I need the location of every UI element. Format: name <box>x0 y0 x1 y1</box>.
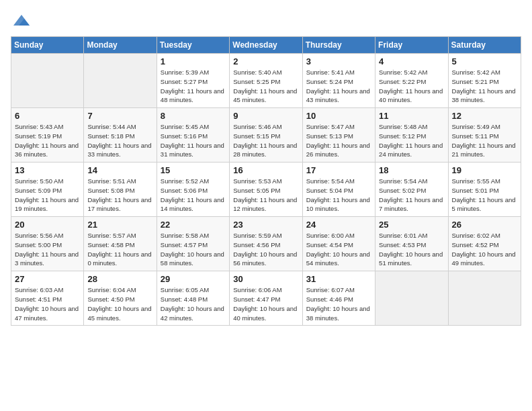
calendar-cell: 29Sunrise: 6:05 AMSunset: 4:48 PMDayligh… <box>157 271 229 326</box>
calendar-cell <box>448 271 521 326</box>
day-number: 3 <box>306 56 371 66</box>
day-info: Sunrise: 5:55 AMSunset: 5:01 PMDaylight:… <box>452 177 517 214</box>
calendar-cell: 25Sunrise: 6:01 AMSunset: 4:53 PMDayligh… <box>375 217 448 271</box>
day-info: Sunrise: 6:07 AMSunset: 4:46 PMDaylight:… <box>306 285 371 322</box>
calendar-cell: 13Sunrise: 5:50 AMSunset: 5:09 PMDayligh… <box>11 163 84 217</box>
day-number: 13 <box>15 165 80 175</box>
calendar-cell: 24Sunrise: 6:00 AMSunset: 4:54 PMDayligh… <box>302 217 375 271</box>
calendar-cell: 14Sunrise: 5:51 AMSunset: 5:08 PMDayligh… <box>84 163 157 217</box>
logo-icon <box>12 11 31 30</box>
calendar-cell: 5Sunrise: 5:42 AMSunset: 5:21 PMDaylight… <box>448 54 521 108</box>
calendar-cell: 18Sunrise: 5:54 AMSunset: 5:02 PMDayligh… <box>375 163 448 217</box>
day-info: Sunrise: 6:06 AMSunset: 4:47 PMDaylight:… <box>233 285 298 322</box>
day-info: Sunrise: 6:00 AMSunset: 4:54 PMDaylight:… <box>306 231 371 268</box>
day-number: 28 <box>87 274 152 284</box>
day-number: 24 <box>306 220 371 230</box>
calendar-cell: 9Sunrise: 5:46 AMSunset: 5:15 PMDaylight… <box>230 108 302 163</box>
calendar-cell: 30Sunrise: 6:06 AMSunset: 4:47 PMDayligh… <box>230 271 302 326</box>
day-number: 30 <box>233 274 298 284</box>
calendar-cell: 20Sunrise: 5:56 AMSunset: 5:00 PMDayligh… <box>11 217 84 271</box>
calendar-cell: 12Sunrise: 5:49 AMSunset: 5:11 PMDayligh… <box>448 108 521 163</box>
day-number: 10 <box>306 111 371 121</box>
day-number: 21 <box>87 220 152 230</box>
calendar-cell: 26Sunrise: 6:02 AMSunset: 4:52 PMDayligh… <box>448 217 521 271</box>
calendar-cell: 21Sunrise: 5:57 AMSunset: 4:58 PMDayligh… <box>84 217 157 271</box>
weekday-header: Sunday <box>11 37 84 54</box>
calendar-week-row: 6Sunrise: 5:43 AMSunset: 5:19 PMDaylight… <box>11 108 521 163</box>
day-number: 20 <box>15 220 80 230</box>
calendar-table: SundayMondayTuesdayWednesdayThursdayFrid… <box>11 36 521 326</box>
day-info: Sunrise: 5:54 AMSunset: 5:02 PMDaylight:… <box>379 177 444 214</box>
day-info: Sunrise: 5:56 AMSunset: 5:00 PMDaylight:… <box>15 231 80 268</box>
day-number: 7 <box>87 111 152 121</box>
calendar-cell: 7Sunrise: 5:44 AMSunset: 5:18 PMDaylight… <box>84 108 157 163</box>
day-info: Sunrise: 5:58 AMSunset: 4:57 PMDaylight:… <box>161 231 226 268</box>
calendar-week-row: 27Sunrise: 6:03 AMSunset: 4:51 PMDayligh… <box>11 271 521 326</box>
day-number: 9 <box>233 111 298 121</box>
day-number: 18 <box>379 165 444 175</box>
calendar-cell: 15Sunrise: 5:52 AMSunset: 5:06 PMDayligh… <box>157 163 229 217</box>
day-info: Sunrise: 5:51 AMSunset: 5:08 PMDaylight:… <box>87 177 152 214</box>
calendar-cell: 28Sunrise: 6:04 AMSunset: 4:50 PMDayligh… <box>84 271 157 326</box>
calendar-cell: 8Sunrise: 5:45 AMSunset: 5:16 PMDaylight… <box>157 108 229 163</box>
day-number: 29 <box>161 274 226 284</box>
calendar-cell: 22Sunrise: 5:58 AMSunset: 4:57 PMDayligh… <box>157 217 229 271</box>
weekday-header: Wednesday <box>230 37 302 54</box>
day-info: Sunrise: 6:04 AMSunset: 4:50 PMDaylight:… <box>87 285 152 322</box>
day-info: Sunrise: 5:59 AMSunset: 4:56 PMDaylight:… <box>233 231 298 268</box>
day-info: Sunrise: 6:02 AMSunset: 4:52 PMDaylight:… <box>452 231 517 268</box>
calendar-week-row: 1Sunrise: 5:39 AMSunset: 5:27 PMDaylight… <box>11 54 521 108</box>
day-number: 4 <box>379 56 444 66</box>
day-number: 22 <box>161 220 226 230</box>
day-info: Sunrise: 5:42 AMSunset: 5:21 PMDaylight:… <box>452 68 517 105</box>
calendar-week-row: 20Sunrise: 5:56 AMSunset: 5:00 PMDayligh… <box>11 217 521 271</box>
logo <box>11 11 31 30</box>
day-info: Sunrise: 5:45 AMSunset: 5:16 PMDaylight:… <box>161 122 226 159</box>
weekday-header: Thursday <box>302 37 375 54</box>
day-info: Sunrise: 5:43 AMSunset: 5:19 PMDaylight:… <box>15 122 80 159</box>
day-number: 17 <box>306 165 371 175</box>
day-number: 5 <box>452 56 517 66</box>
day-number: 26 <box>452 220 517 230</box>
day-info: Sunrise: 6:01 AMSunset: 4:53 PMDaylight:… <box>379 231 444 268</box>
calendar-cell: 27Sunrise: 6:03 AMSunset: 4:51 PMDayligh… <box>11 271 84 326</box>
day-number: 25 <box>379 220 444 230</box>
calendar-cell <box>11 54 84 108</box>
day-info: Sunrise: 5:49 AMSunset: 5:11 PMDaylight:… <box>452 122 517 159</box>
weekday-header-row: SundayMondayTuesdayWednesdayThursdayFrid… <box>11 37 521 54</box>
day-info: Sunrise: 5:41 AMSunset: 5:24 PMDaylight:… <box>306 68 371 105</box>
day-number: 11 <box>379 111 444 121</box>
day-info: Sunrise: 5:53 AMSunset: 5:05 PMDaylight:… <box>233 177 298 214</box>
calendar-cell: 11Sunrise: 5:48 AMSunset: 5:12 PMDayligh… <box>375 108 448 163</box>
day-info: Sunrise: 5:46 AMSunset: 5:15 PMDaylight:… <box>233 122 298 159</box>
day-number: 19 <box>452 165 517 175</box>
weekday-header: Tuesday <box>157 37 229 54</box>
page-header <box>11 11 521 30</box>
day-info: Sunrise: 5:42 AMSunset: 5:22 PMDaylight:… <box>379 68 444 105</box>
calendar-cell <box>375 271 448 326</box>
day-number: 23 <box>233 220 298 230</box>
weekday-header: Saturday <box>448 37 521 54</box>
day-info: Sunrise: 5:54 AMSunset: 5:04 PMDaylight:… <box>306 177 371 214</box>
weekday-header: Monday <box>84 37 157 54</box>
calendar-cell <box>84 54 157 108</box>
weekday-header: Friday <box>375 37 448 54</box>
calendar-week-row: 13Sunrise: 5:50 AMSunset: 5:09 PMDayligh… <box>11 163 521 217</box>
day-number: 27 <box>15 274 80 284</box>
day-info: Sunrise: 5:52 AMSunset: 5:06 PMDaylight:… <box>161 177 226 214</box>
day-info: Sunrise: 6:03 AMSunset: 4:51 PMDaylight:… <box>15 285 80 322</box>
calendar-cell: 23Sunrise: 5:59 AMSunset: 4:56 PMDayligh… <box>230 217 302 271</box>
calendar-cell: 17Sunrise: 5:54 AMSunset: 5:04 PMDayligh… <box>302 163 375 217</box>
calendar-cell: 19Sunrise: 5:55 AMSunset: 5:01 PMDayligh… <box>448 163 521 217</box>
day-info: Sunrise: 5:40 AMSunset: 5:25 PMDaylight:… <box>233 68 298 105</box>
day-info: Sunrise: 5:44 AMSunset: 5:18 PMDaylight:… <box>87 122 152 159</box>
day-number: 12 <box>452 111 517 121</box>
day-info: Sunrise: 5:39 AMSunset: 5:27 PMDaylight:… <box>161 68 226 105</box>
day-info: Sunrise: 6:05 AMSunset: 4:48 PMDaylight:… <box>161 285 226 322</box>
calendar-cell: 31Sunrise: 6:07 AMSunset: 4:46 PMDayligh… <box>302 271 375 326</box>
calendar-cell: 1Sunrise: 5:39 AMSunset: 5:27 PMDaylight… <box>157 54 229 108</box>
calendar-cell: 3Sunrise: 5:41 AMSunset: 5:24 PMDaylight… <box>302 54 375 108</box>
day-number: 31 <box>306 274 371 284</box>
day-number: 2 <box>233 56 298 66</box>
day-info: Sunrise: 5:50 AMSunset: 5:09 PMDaylight:… <box>15 177 80 214</box>
